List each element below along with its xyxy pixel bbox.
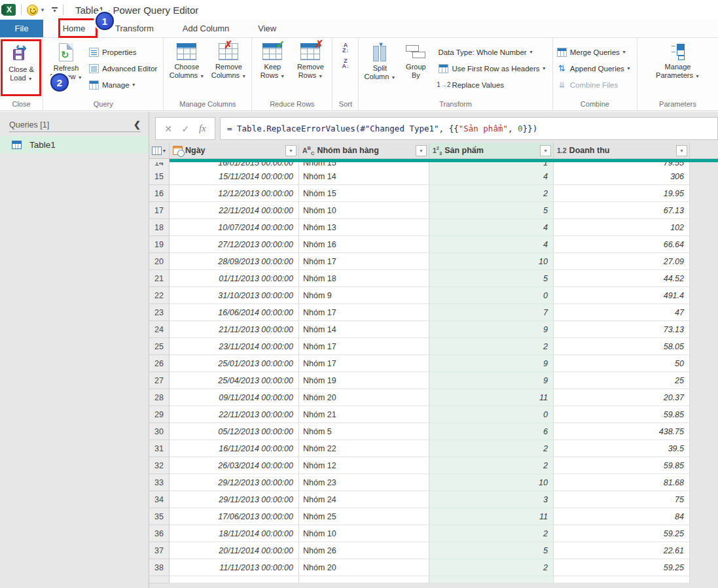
cell-revenue[interactable]: 84 [554, 508, 690, 525]
cell-group[interactable]: Nhóm 25 [299, 508, 429, 525]
cell-product[interactable]: 2 [429, 185, 554, 202]
cell-revenue[interactable]: 79.55 [554, 162, 690, 168]
cell-revenue[interactable]: 59.85 [554, 406, 690, 423]
remove-rows-button[interactable]: ✗ Remove Rows ▼ [291, 40, 330, 80]
smiley-feedback-icon[interactable] [27, 5, 38, 16]
cell-date[interactable]: 22/11/2013 00:00:00 [170, 406, 299, 423]
cell-product[interactable]: 7 [429, 304, 554, 321]
cell-group[interactable]: Nhóm 5 [299, 423, 429, 440]
cell-product[interactable]: 11 [429, 508, 554, 525]
manage-button[interactable]: Manage ▼ [87, 77, 161, 93]
group-by-button[interactable]: Group By [399, 40, 433, 80]
cell-date[interactable] [170, 576, 299, 583]
cell-product[interactable]: 0 [429, 287, 554, 304]
cell-group[interactable]: Nhóm 17 [299, 338, 429, 355]
filter-icon[interactable]: ▼ [416, 145, 427, 156]
cell-group[interactable]: Nhóm 17 [299, 355, 429, 372]
cell-revenue[interactable]: 22.61 [554, 542, 690, 559]
use-first-row-as-headers-button[interactable]: Use First Row as Headers ▼ [437, 60, 550, 77]
cell-revenue[interactable] [554, 576, 690, 583]
cell-date[interactable]: 01/11/2013 00:00:00 [170, 270, 299, 287]
cell-group[interactable]: Nhóm 14 [299, 321, 429, 338]
cell-date[interactable]: 05/12/2013 00:00:00 [170, 423, 299, 440]
cell-revenue[interactable]: 25 [554, 372, 690, 389]
cell-revenue[interactable]: 19.95 [554, 185, 690, 202]
cell-product[interactable]: 2 [429, 338, 554, 355]
cell-date[interactable]: 23/11/2014 00:00:00 [170, 338, 299, 355]
close-and-load-button[interactable]: ↪ Close & Load ▼ [2, 40, 41, 83]
cell-product[interactable]: 3 [429, 491, 554, 508]
cell-product[interactable]: 6 [429, 423, 554, 440]
cell-revenue[interactable]: 491.4 [554, 287, 690, 304]
cell-product[interactable]: 5 [429, 542, 554, 559]
cell-group[interactable]: Nhóm 15 [299, 185, 429, 202]
cell-revenue[interactable]: 20.37 [554, 389, 690, 406]
split-column-button[interactable]: ▼ Split Column ▼ [361, 40, 399, 82]
cell-date[interactable]: 28/09/2013 00:00:00 [170, 253, 299, 270]
cell-date[interactable]: 16/01/2015 00:00:00 [170, 162, 299, 168]
column-header-nhom-ban-hang[interactable]: ABC Nhóm bán hàng ▼ [299, 143, 429, 159]
cell-group[interactable]: Nhóm 22 [299, 440, 429, 457]
cell-row-number[interactable]: 27 [149, 372, 170, 389]
keep-rows-button[interactable]: ✓ Keep Rows ▼ [254, 40, 291, 80]
cell-product[interactable]: 0 [429, 406, 554, 423]
cell-date[interactable]: 18/11/2014 00:00:00 [170, 525, 299, 542]
cell-revenue[interactable]: 81.68 [554, 474, 690, 491]
cell-date[interactable]: 26/03/2014 00:00:00 [170, 457, 299, 474]
cell-revenue[interactable]: 50 [554, 355, 690, 372]
filter-icon[interactable]: ▼ [540, 145, 551, 156]
manage-parameters-button[interactable]: Manage Parameters ▼ [653, 40, 704, 80]
cell-group[interactable]: Nhóm 23 [299, 474, 429, 491]
cell-group[interactable]: Nhóm 13 [299, 219, 429, 236]
cell-product[interactable]: 4 [429, 168, 554, 185]
tab-add-column[interactable]: Add Column [171, 20, 242, 37]
cell-row-number[interactable]: 20 [149, 253, 170, 270]
cell-revenue[interactable]: 67.13 [554, 202, 690, 219]
remove-columns-button[interactable]: ✗ Remove Columns ▼ [207, 40, 249, 80]
cell-product[interactable]: 2 [429, 457, 554, 474]
cell-row-number[interactable]: 29 [149, 406, 170, 423]
cell-product[interactable]: 2 [429, 559, 554, 576]
cell-group[interactable]: Nhóm 19 [299, 372, 429, 389]
cell-row-number[interactable]: 31 [149, 440, 170, 457]
cell-product[interactable]: 2 [429, 525, 554, 542]
cell-date[interactable]: 22/11/2014 00:00:00 [170, 202, 299, 219]
cell-group[interactable]: Nhóm 24 [299, 491, 429, 508]
cell-row-number[interactable]: 36 [149, 525, 170, 542]
cell-revenue[interactable]: 75 [554, 491, 690, 508]
cell-group[interactable]: Nhóm 15 [299, 162, 429, 168]
cell-date[interactable]: 17/06/2013 00:00:00 [170, 508, 299, 525]
cell-revenue[interactable]: 39.5 [554, 440, 690, 457]
cell-product[interactable]: 9 [429, 321, 554, 338]
cell-product[interactable]: 5 [429, 202, 554, 219]
cancel-formula-icon[interactable]: ✕ [164, 124, 172, 134]
tab-home[interactable]: Home [51, 20, 97, 37]
cell-date[interactable]: 21/11/2013 00:00:00 [170, 321, 299, 338]
cell-row-number[interactable]: 21 [149, 270, 170, 287]
cell-row-number[interactable]: 18 [149, 219, 170, 236]
cell-row-number[interactable]: 14 [149, 162, 170, 168]
cell-group[interactable]: Nhóm 10 [299, 525, 429, 542]
data-type-button[interactable]: Data Type: Whole Number ▼ [437, 44, 550, 60]
collapse-pane-icon[interactable]: ❮ [134, 120, 141, 130]
cell-row-number[interactable]: 23 [149, 304, 170, 321]
append-queries-button[interactable]: ⇅ Append Queries ▼ [555, 60, 635, 77]
merge-queries-button[interactable]: Merge Queries ▼ [555, 44, 635, 60]
cell-group[interactable]: Nhóm 14 [299, 168, 429, 185]
cell-product[interactable]: 10 [429, 474, 554, 491]
cell-revenue[interactable]: 59.25 [554, 559, 690, 576]
cell-date[interactable]: 27/12/2013 00:00:00 [170, 236, 299, 253]
cell-group[interactable]: Nhóm 21 [299, 406, 429, 423]
cell-row-number[interactable]: 30 [149, 423, 170, 440]
sort-descending-button[interactable]: ZA↓ [342, 58, 349, 69]
cell-product[interactable]: 4 [429, 219, 554, 236]
cell-row-number[interactable]: 15 [149, 168, 170, 185]
properties-button[interactable]: Properties [87, 44, 161, 60]
cell-revenue[interactable]: 44.52 [554, 270, 690, 287]
select-all-button[interactable]: ▼ [149, 143, 170, 159]
cell-row-number[interactable]: 35 [149, 508, 170, 525]
cell-group[interactable]: Nhóm 17 [299, 304, 429, 321]
cell-row-number[interactable]: 34 [149, 491, 170, 508]
cell-revenue[interactable]: 59.25 [554, 525, 690, 542]
cell-group[interactable]: Nhóm 20 [299, 389, 429, 406]
